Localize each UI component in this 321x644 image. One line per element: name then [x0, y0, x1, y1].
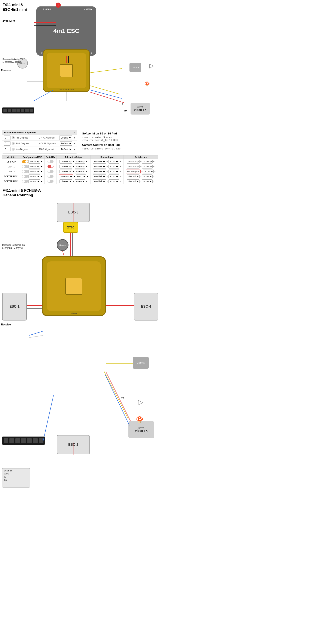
esc-left-block: ESC-1	[2, 293, 27, 320]
telem-auto-ss2[interactable]: AUTO	[75, 180, 85, 183]
col-config: Configuration/MSP	[20, 156, 44, 159]
toggle-uart2-config[interactable]	[22, 170, 28, 173]
sensor-ss2: Disabled ▼ AUTO ▼	[91, 179, 123, 184]
id-uart1: UART1	[2, 164, 20, 169]
gyro-align-select[interactable]: Default CW0 CW90 CW180 CW270	[59, 136, 72, 140]
video-tx-bottom: SA/TR Video TX	[128, 421, 154, 438]
bottom-title: F411-mini & FCHUB-A General Rounting	[2, 188, 41, 198]
telem-sel-uart1[interactable]: Disabled	[59, 165, 72, 168]
sensor-auto-ss1[interactable]: AUTO	[108, 174, 119, 178]
receiver-pins-bottom: SmartPortSBUS5VGnd	[2, 468, 30, 482]
periph-sel-usbvcp[interactable]: Disabled	[127, 160, 140, 164]
toggle-ss2-config[interactable]	[22, 180, 28, 183]
toggle-usbvcp-srx[interactable]	[47, 160, 53, 163]
toggle-uart1-config[interactable]	[22, 165, 28, 168]
resource-notes-panel: Softserial on S5 or S6 Pad resource moto…	[80, 130, 158, 154]
table-row: USB VCP 115200 ▼ Disabled	[2, 159, 158, 164]
esc-top-block: ESC-3	[57, 203, 90, 222]
periph-sel-ss2[interactable]: Disabled	[127, 180, 140, 183]
col-sensor: Sensor Input	[91, 156, 123, 159]
esc-bottom-block: ESC-2	[57, 435, 90, 454]
id-usbvcp: USB VCP	[2, 159, 20, 164]
periph-uart1: Disabled ▼ AUTO ▼	[123, 164, 158, 169]
svg-line-24	[43, 396, 53, 442]
led-1	[3, 109, 7, 112]
toggle-uart2-srx[interactable]	[47, 170, 53, 173]
table-row: SOFTSERIAL1 115200 ▼ SmartPort	[2, 174, 158, 179]
sensor-uart2: Disabled ▼ AUTO ▼	[91, 169, 123, 174]
led-b-2	[9, 438, 14, 443]
baud-uart2[interactable]: 115200	[28, 170, 40, 174]
periph-auto-uart1[interactable]: AUTO	[142, 165, 153, 168]
yaw-input[interactable]	[4, 147, 10, 151]
baud-ss1[interactable]: 115200	[28, 174, 40, 178]
yaw-row: ⟳ Yaw Degrees MAG Alignment Default ▼	[2, 146, 77, 152]
mag-align-select[interactable]: Default	[60, 147, 72, 151]
baud-ss2[interactable]: 115200	[28, 180, 40, 183]
toggle-usbvcp-config[interactable]	[22, 160, 28, 163]
svg-line-7	[90, 92, 124, 103]
telem-sel-ss1[interactable]: SmartPort	[59, 174, 73, 178]
alignment-panel-header: Board and Sensor Alignment ?	[2, 130, 77, 135]
sensor-sel-uart1[interactable]: Disabled	[93, 165, 106, 168]
video-tx-top: SA/TR Video TX	[131, 103, 150, 114]
led-b-5	[27, 438, 32, 443]
telem-ss1: SmartPort ▼ AUTO ▼	[56, 174, 91, 179]
toggle-ss1-config[interactable]	[22, 175, 28, 178]
baud-uart1[interactable]: 115200	[28, 165, 40, 168]
receiver-bottom: SmartPortSBUS5VGnd	[2, 468, 30, 488]
periph-auto-uart2[interactable]: AUTO	[143, 170, 154, 174]
toggle-ss2-srx[interactable]	[47, 180, 53, 182]
sensor-sel-usbvcp[interactable]: Disabled	[93, 160, 106, 164]
sensor-auto-usbvcp[interactable]: AUTO	[108, 160, 119, 164]
telem-auto-usbvcp[interactable]: AUTO	[75, 160, 85, 164]
telem-uart2: Disabled ▼ AUTO ▼	[56, 169, 91, 174]
led-b-6	[33, 438, 38, 443]
led-strip-top	[2, 108, 34, 114]
help-icon[interactable]: ?	[74, 131, 75, 134]
fc-board-bottom: Vbat G	[42, 256, 106, 316]
periph-auto-ss1[interactable]: AUTO	[142, 174, 153, 178]
pitch-input[interactable]	[4, 141, 10, 146]
led-b-1	[4, 438, 8, 443]
periph-sel-uart2[interactable]: IRC Tramp	[126, 170, 141, 174]
receiver-label-top: Receiver	[1, 69, 11, 72]
roll-input[interactable]	[4, 136, 10, 140]
telem-sel-usbvcp[interactable]: Disabled	[59, 160, 72, 164]
telem-sel-uart2[interactable]: Disabled	[59, 170, 72, 174]
col-identifier: Identifier	[2, 156, 20, 159]
accel-align-select[interactable]: Default	[60, 141, 72, 146]
5v-label-top: 5V	[124, 110, 127, 112]
svg-line-21	[106, 372, 131, 421]
fc-board-inner	[47, 53, 86, 88]
telem-sel-ss2[interactable]: Disabled	[59, 180, 72, 183]
svg-line-25	[62, 251, 64, 256]
sensor-auto-uart2[interactable]: AUTO	[108, 170, 119, 174]
table-row: SOFTSERIAL2 115200 ▼ Disabled	[2, 179, 158, 184]
sensor-auto-uart1[interactable]: AUTO	[108, 165, 119, 168]
fc-bottom-label-b: Vbat G	[71, 312, 77, 314]
baud-usbvcp[interactable]: 115200	[28, 160, 40, 164]
periph-sel-ss1[interactable]: Disabled	[127, 174, 140, 178]
pitch-row: ⟳ Pitch Degrees ACCEL Alignment Default …	[2, 141, 77, 146]
sensor-sel-ss2[interactable]: Disabled	[93, 180, 106, 183]
periph-uart2: IRC Tramp ▼ AUTO ▼	[123, 169, 158, 174]
svg-line-19	[29, 336, 43, 338]
telem-auto-ss1[interactable]: AUTO	[76, 174, 86, 178]
telem-auto-uart2[interactable]: AUTO	[75, 170, 85, 174]
toggle-ss1-srx[interactable]	[47, 175, 53, 178]
alignment-panel: Board and Sensor Alignment ? ⟳ Roll Degr…	[2, 130, 77, 154]
periph-auto-ss2[interactable]: AUTO	[142, 180, 153, 183]
periph-sel-uart1[interactable]: Disabled	[127, 165, 140, 168]
sensor-auto-ss2[interactable]: AUTO	[108, 180, 119, 183]
sensor-uart1: Disabled ▼ AUTO ▼	[91, 164, 123, 169]
svg-line-9	[90, 86, 120, 94]
sensor-sel-ss1[interactable]: Disabled	[93, 174, 106, 178]
resource-note-top: Resource Softserial_TX to S5(B03) or S6(…	[2, 58, 23, 64]
sensor-sel-uart2[interactable]: Disabled	[93, 170, 106, 174]
led-b-4	[21, 438, 26, 443]
periph-auto-usbvcp[interactable]: AUTO	[142, 160, 153, 164]
col-serial-rx: Serial Rx	[44, 156, 56, 159]
telem-auto-uart1[interactable]: AUTO	[75, 165, 85, 168]
toggle-uart1-srx[interactable]	[47, 165, 53, 168]
